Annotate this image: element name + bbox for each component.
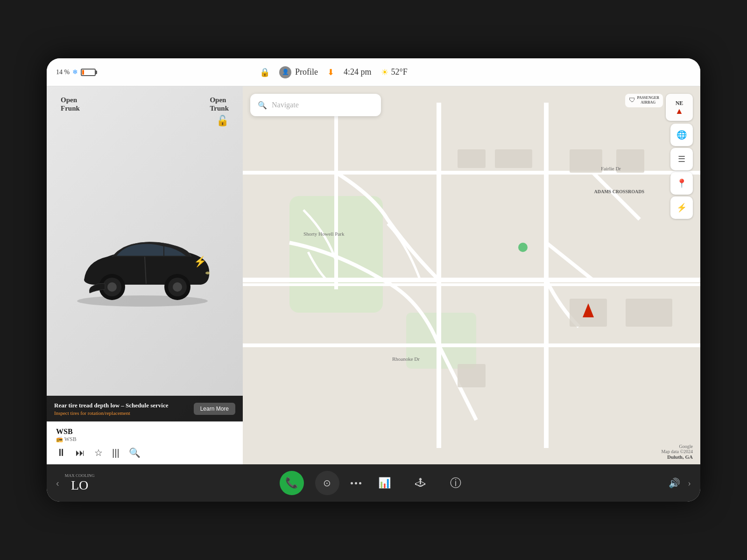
vehicle-svg: ⚡ xyxy=(70,215,219,308)
dot-3 xyxy=(359,482,361,484)
lock-icon: 🔒 xyxy=(260,67,270,77)
svg-rect-26 xyxy=(458,364,486,387)
screen-content: 14 % ❄ 🔒 👤 Profile ⬇ 4:24 pm xyxy=(47,58,700,502)
profile-section[interactable]: 👤 Profile xyxy=(279,66,318,78)
pin-button[interactable]: 📍 xyxy=(670,172,693,195)
search-placeholder: Navigate xyxy=(272,101,299,109)
svg-point-7 xyxy=(173,282,182,292)
profile-avatar-icon: 👤 xyxy=(279,66,291,78)
equalizer-button[interactable]: ||| xyxy=(112,448,120,458)
joystick-icon: 🕹 xyxy=(415,477,425,489)
phone-button[interactable]: 📞 xyxy=(280,471,304,495)
temp-value-display: LO xyxy=(71,478,88,493)
map-svg xyxy=(243,86,700,464)
taskbar-left: ‹ Max Cooling LO xyxy=(56,473,149,493)
alert-title: Rear tire tread depth low – Schedule ser… xyxy=(54,402,188,409)
joystick-button[interactable]: 🕹 xyxy=(408,471,432,495)
lightning-button[interactable]: ⚡ xyxy=(670,196,693,219)
temp-mode-label: Max Cooling xyxy=(65,473,95,478)
dot-2 xyxy=(355,482,357,484)
pause-button[interactable]: ⏸ xyxy=(56,447,66,459)
google-label: Google xyxy=(661,444,693,449)
globe-button[interactable]: 🌐 xyxy=(670,124,693,146)
profile-label: Profile xyxy=(295,67,318,77)
equalizer-icon: 📊 xyxy=(378,477,391,489)
list-icon: ☰ xyxy=(678,154,685,164)
volume-button[interactable]: 🔊 xyxy=(669,477,680,489)
weather-sun-icon: ☀ xyxy=(381,67,388,77)
svg-rect-25 xyxy=(626,299,672,327)
media-equalizer-button[interactable]: 📊 xyxy=(373,471,397,495)
snowflake-icon: ❄ xyxy=(72,68,78,76)
right-panel: Shorty Howell Park ADAMS CROSSROADS Fair… xyxy=(243,86,700,464)
media-search-button[interactable]: 🔍 xyxy=(129,447,141,458)
battery-info: 14 % ❄ xyxy=(56,68,96,76)
alert-text-area: Rear tire tread depth low – Schedule ser… xyxy=(54,402,188,416)
info-button[interactable]: ⓘ xyxy=(444,471,468,495)
airbag-icon: 🛡 xyxy=(629,96,635,105)
camera-icon: ⊙ xyxy=(323,477,331,489)
svg-point-4 xyxy=(107,282,117,292)
alert-subtitle: Inspect tires for rotation/replacement xyxy=(54,410,188,416)
time-display: 4:24 pm xyxy=(344,67,372,77)
svg-text:⚡: ⚡ xyxy=(194,255,207,268)
chevron-right-icon[interactable]: › xyxy=(688,478,691,489)
airbag-line1: PASSENGER xyxy=(637,96,659,100)
status-left-area: 14 % ❄ xyxy=(56,68,252,76)
status-bar: 14 % ❄ 🔒 👤 Profile ⬇ 4:24 pm xyxy=(47,58,700,86)
search-icon: 🔍 xyxy=(258,101,267,110)
screen-bezel: 14 % ❄ 🔒 👤 Profile ⬇ 4:24 pm xyxy=(47,58,700,502)
status-center-area: 🔒 👤 Profile ⬇ 4:24 pm ☀ 52°F xyxy=(260,66,691,78)
map-attribution: Google Map data ©2024 Duluth, GA xyxy=(661,444,693,460)
info-icon: ⓘ xyxy=(450,476,461,490)
open-frunk-button[interactable]: OpenFrunk xyxy=(61,96,80,112)
dot-1 xyxy=(351,482,353,484)
navigate-search-bar[interactable]: 🔍 Navigate xyxy=(250,94,381,116)
open-frunk-label: OpenFrunk xyxy=(61,96,80,112)
vehicle-image-area: ⚡ xyxy=(47,127,243,396)
media-station-label: WSB xyxy=(56,427,233,436)
svg-rect-21 xyxy=(495,149,532,168)
map-controls: 🌐 ☰ 📍 ⚡ xyxy=(670,124,693,219)
compass-arrow-icon: ▲ xyxy=(675,107,684,115)
svg-point-27 xyxy=(518,243,528,252)
temp-decrease-button[interactable]: ‹ xyxy=(56,478,59,489)
svg-rect-23 xyxy=(616,149,644,173)
open-trunk-label: OpenTrunk xyxy=(210,96,229,112)
battery-bar xyxy=(81,69,96,76)
favorite-button[interactable]: ☆ xyxy=(94,447,103,458)
svg-rect-20 xyxy=(458,149,486,168)
battery-percent: 14 % xyxy=(56,69,70,76)
map-area[interactable]: Shorty Howell Park ADAMS CROSSROADS Fair… xyxy=(243,86,700,464)
location-label: Duluth, GA xyxy=(661,454,693,460)
pin-icon: 📍 xyxy=(677,178,687,189)
open-trunk-button[interactable]: OpenTrunk xyxy=(210,96,229,112)
lock-unlock-icon[interactable]: 🔓 xyxy=(216,115,229,127)
learn-more-button[interactable]: Learn More xyxy=(194,403,235,415)
temperature-label: 52°F xyxy=(391,67,408,77)
list-button[interactable]: ☰ xyxy=(670,148,693,170)
airbag-line2: AIRBAG xyxy=(637,100,659,105)
passenger-airbag-indicator: 🛡 PASSENGER AIRBAG xyxy=(625,94,663,107)
taskbar-center: 📞 ⊙ 📊 🕹 ⓘ xyxy=(149,471,598,495)
battery-fill xyxy=(82,70,84,75)
compass-ne-label: NE xyxy=(676,100,684,107)
left-panel: OpenFrunk OpenTrunk 🔓 xyxy=(47,86,243,464)
battery-icon xyxy=(81,69,96,76)
media-player: WSB 📻 WSB ⏸ ⏭ ☆ ||| 🔍 xyxy=(47,421,243,464)
svg-point-0 xyxy=(77,295,208,307)
alert-bar: Rear tire tread depth low – Schedule ser… xyxy=(47,396,243,421)
compass[interactable]: NE ▲ xyxy=(666,94,693,121)
taskbar-right: 🔊 › xyxy=(598,477,691,489)
media-controls: ⏸ ⏭ ☆ ||| 🔍 xyxy=(56,447,233,459)
next-track-button[interactable]: ⏭ xyxy=(76,448,85,458)
camera-button[interactable]: ⊙ xyxy=(315,471,339,495)
map-data-label: Map data ©2024 xyxy=(661,449,693,454)
vehicle-controls: OpenFrunk OpenTrunk 🔓 xyxy=(47,86,243,127)
svg-point-9 xyxy=(205,272,210,274)
temperature-control: Max Cooling LO xyxy=(65,473,95,493)
lightning-icon: ⚡ xyxy=(677,203,687,213)
dots-menu[interactable] xyxy=(351,482,361,484)
weather-display: ☀ 52°F xyxy=(381,67,408,77)
download-icon: ⬇ xyxy=(327,67,334,77)
